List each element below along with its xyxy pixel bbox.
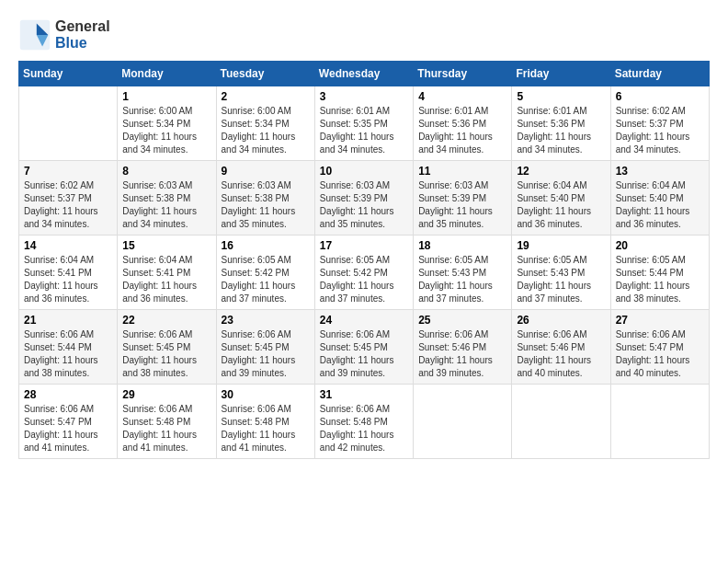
day-number: 27	[616, 314, 704, 327]
days-header-row: SundayMondayTuesdayWednesdayThursdayFrid…	[19, 62, 710, 86]
day-cell: 8Sunrise: 6:03 AMSunset: 5:38 PMDaylight…	[118, 161, 216, 236]
day-cell: 14Sunrise: 6:04 AMSunset: 5:41 PMDayligh…	[19, 236, 118, 310]
day-info: Sunrise: 6:06 AMSunset: 5:47 PMDaylight:…	[24, 403, 112, 454]
day-cell: 30Sunrise: 6:06 AMSunset: 5:48 PMDayligh…	[216, 385, 314, 459]
day-number: 5	[517, 90, 605, 103]
day-info: Sunrise: 6:06 AMSunset: 5:46 PMDaylight:…	[418, 328, 506, 380]
day-info: Sunrise: 6:05 AMSunset: 5:43 PMDaylight:…	[517, 254, 605, 305]
day-info: Sunrise: 6:06 AMSunset: 5:44 PMDaylight:…	[24, 328, 112, 380]
day-cell: 16Sunrise: 6:05 AMSunset: 5:42 PMDayligh…	[216, 236, 314, 310]
day-number: 30	[222, 388, 310, 401]
day-info: Sunrise: 6:05 AMSunset: 5:42 PMDaylight:…	[320, 254, 408, 305]
day-number: 24	[320, 314, 408, 327]
day-number: 19	[517, 239, 605, 252]
day-info: Sunrise: 6:03 AMSunset: 5:38 PMDaylight:…	[222, 179, 310, 231]
day-info: Sunrise: 6:06 AMSunset: 5:48 PMDaylight:…	[222, 403, 310, 454]
day-cell: 2Sunrise: 6:00 AMSunset: 5:34 PMDaylight…	[216, 86, 314, 161]
day-info: Sunrise: 6:06 AMSunset: 5:47 PMDaylight:…	[616, 328, 704, 380]
day-info: Sunrise: 6:01 AMSunset: 5:36 PMDaylight:…	[418, 105, 506, 156]
week-row-5: 28Sunrise: 6:06 AMSunset: 5:47 PMDayligh…	[19, 385, 710, 459]
day-header-saturday: Saturday	[610, 62, 709, 86]
day-cell: 20Sunrise: 6:05 AMSunset: 5:44 PMDayligh…	[610, 236, 709, 310]
day-cell: 22Sunrise: 6:06 AMSunset: 5:45 PMDayligh…	[118, 310, 216, 385]
day-number: 14	[24, 239, 112, 252]
week-row-2: 7Sunrise: 6:02 AMSunset: 5:37 PMDaylight…	[19, 161, 710, 236]
day-info: Sunrise: 6:02 AMSunset: 5:37 PMDaylight:…	[616, 105, 704, 156]
day-cell: 4Sunrise: 6:01 AMSunset: 5:36 PMDaylight…	[414, 86, 512, 161]
day-cell: 23Sunrise: 6:06 AMSunset: 5:45 PMDayligh…	[216, 310, 314, 385]
day-number: 8	[122, 165, 210, 178]
day-header-monday: Monday	[118, 62, 216, 86]
day-number: 3	[320, 90, 408, 103]
day-info: Sunrise: 6:04 AMSunset: 5:40 PMDaylight:…	[517, 179, 605, 231]
day-cell: 5Sunrise: 6:01 AMSunset: 5:36 PMDaylight…	[512, 86, 610, 161]
week-row-1: 1Sunrise: 6:00 AMSunset: 5:34 PMDaylight…	[19, 86, 710, 161]
day-info: Sunrise: 6:02 AMSunset: 5:37 PMDaylight:…	[24, 179, 112, 231]
day-number: 28	[24, 388, 112, 401]
day-cell	[610, 385, 709, 459]
day-header-tuesday: Tuesday	[216, 62, 314, 86]
day-number: 1	[122, 90, 210, 103]
day-cell: 29Sunrise: 6:06 AMSunset: 5:48 PMDayligh…	[118, 385, 216, 459]
day-number: 31	[320, 388, 408, 401]
day-cell: 27Sunrise: 6:06 AMSunset: 5:47 PMDayligh…	[610, 310, 709, 385]
day-cell: 28Sunrise: 6:06 AMSunset: 5:47 PMDayligh…	[19, 385, 118, 459]
day-info: Sunrise: 6:05 AMSunset: 5:44 PMDaylight:…	[616, 254, 704, 305]
day-cell: 19Sunrise: 6:05 AMSunset: 5:43 PMDayligh…	[512, 236, 610, 310]
logo-text: General Blue	[55, 18, 110, 52]
day-number: 4	[418, 90, 506, 103]
day-number: 26	[517, 314, 605, 327]
logo-icon	[18, 18, 51, 52]
day-header-wednesday: Wednesday	[314, 62, 413, 86]
day-cell: 17Sunrise: 6:05 AMSunset: 5:42 PMDayligh…	[314, 236, 413, 310]
day-number: 17	[320, 239, 408, 252]
calendar-table: SundayMondayTuesdayWednesdayThursdayFrid…	[18, 61, 710, 459]
day-header-friday: Friday	[512, 62, 610, 86]
day-cell	[512, 385, 610, 459]
day-cell: 3Sunrise: 6:01 AMSunset: 5:35 PMDaylight…	[314, 86, 413, 161]
day-info: Sunrise: 6:01 AMSunset: 5:35 PMDaylight:…	[320, 105, 408, 156]
day-number: 16	[222, 239, 310, 252]
day-info: Sunrise: 6:06 AMSunset: 5:45 PMDaylight:…	[320, 328, 408, 380]
day-number: 10	[320, 165, 408, 178]
day-number: 2	[222, 90, 310, 103]
day-cell: 18Sunrise: 6:05 AMSunset: 5:43 PMDayligh…	[414, 236, 512, 310]
day-info: Sunrise: 6:05 AMSunset: 5:42 PMDaylight:…	[222, 254, 310, 305]
day-cell: 21Sunrise: 6:06 AMSunset: 5:44 PMDayligh…	[19, 310, 118, 385]
day-info: Sunrise: 6:04 AMSunset: 5:40 PMDaylight:…	[616, 179, 704, 231]
day-cell: 7Sunrise: 6:02 AMSunset: 5:37 PMDaylight…	[19, 161, 118, 236]
day-number: 21	[24, 314, 112, 327]
day-info: Sunrise: 6:06 AMSunset: 5:45 PMDaylight:…	[122, 328, 210, 380]
day-info: Sunrise: 6:05 AMSunset: 5:43 PMDaylight:…	[418, 254, 506, 305]
day-number: 29	[122, 388, 210, 401]
day-header-thursday: Thursday	[414, 62, 512, 86]
day-number: 9	[222, 165, 310, 178]
day-cell: 11Sunrise: 6:03 AMSunset: 5:39 PMDayligh…	[414, 161, 512, 236]
day-cell: 26Sunrise: 6:06 AMSunset: 5:46 PMDayligh…	[512, 310, 610, 385]
week-row-3: 14Sunrise: 6:04 AMSunset: 5:41 PMDayligh…	[19, 236, 710, 310]
day-number: 25	[418, 314, 506, 327]
day-info: Sunrise: 6:04 AMSunset: 5:41 PMDaylight:…	[24, 254, 112, 305]
logo: General Blue	[18, 18, 110, 52]
day-number: 20	[616, 239, 704, 252]
day-number: 12	[517, 165, 605, 178]
day-info: Sunrise: 6:03 AMSunset: 5:38 PMDaylight:…	[122, 179, 210, 231]
day-number: 15	[122, 239, 210, 252]
day-cell: 15Sunrise: 6:04 AMSunset: 5:41 PMDayligh…	[118, 236, 216, 310]
day-number: 23	[222, 314, 310, 327]
page-header: General Blue	[18, 18, 710, 52]
day-header-sunday: Sunday	[19, 62, 118, 86]
day-number: 7	[24, 165, 112, 178]
week-row-4: 21Sunrise: 6:06 AMSunset: 5:44 PMDayligh…	[19, 310, 710, 385]
day-cell: 6Sunrise: 6:02 AMSunset: 5:37 PMDaylight…	[610, 86, 709, 161]
day-info: Sunrise: 6:04 AMSunset: 5:41 PMDaylight:…	[122, 254, 210, 305]
day-info: Sunrise: 6:00 AMSunset: 5:34 PMDaylight:…	[222, 105, 310, 156]
day-info: Sunrise: 6:06 AMSunset: 5:48 PMDaylight:…	[320, 403, 408, 454]
day-info: Sunrise: 6:03 AMSunset: 5:39 PMDaylight:…	[418, 179, 506, 231]
day-cell: 13Sunrise: 6:04 AMSunset: 5:40 PMDayligh…	[610, 161, 709, 236]
day-cell: 10Sunrise: 6:03 AMSunset: 5:39 PMDayligh…	[314, 161, 413, 236]
day-number: 11	[418, 165, 506, 178]
day-cell: 12Sunrise: 6:04 AMSunset: 5:40 PMDayligh…	[512, 161, 610, 236]
day-number: 22	[122, 314, 210, 327]
day-cell	[19, 86, 118, 161]
